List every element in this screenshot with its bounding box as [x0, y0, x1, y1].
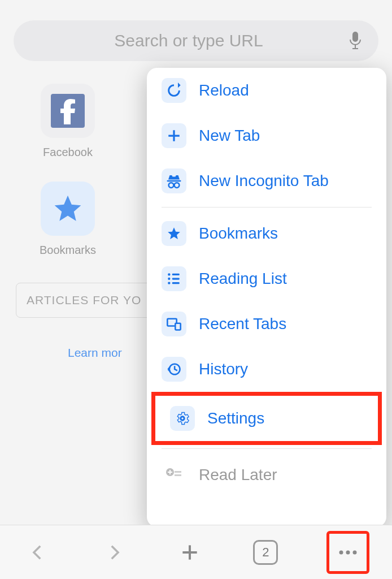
menu-label: History: [199, 360, 248, 378]
svg-rect-9: [167, 180, 181, 182]
svg-rect-23: [175, 471, 181, 473]
incognito-icon: [162, 168, 186, 193]
svg-point-17: [168, 282, 170, 284]
menu-new-tab[interactable]: New Tab: [147, 113, 386, 158]
more-button[interactable]: [333, 537, 363, 568]
menu-reload[interactable]: Reload: [147, 68, 386, 113]
menu-recent-tabs[interactable]: Recent Tabs: [147, 301, 386, 347]
menu-label: Read Later: [199, 466, 277, 484]
history-icon: [162, 357, 186, 382]
menu-label: Reload: [199, 81, 249, 100]
menu-divider: [162, 448, 372, 449]
menu-reading-list[interactable]: Reading List: [147, 256, 386, 301]
recent-tabs-icon: [162, 312, 186, 336]
svg-point-11: [175, 183, 180, 188]
svg-rect-0: [352, 32, 358, 42]
overflow-menu: Reload New Tab New Incognito Tab Bookmar…: [147, 68, 386, 527]
svg-point-27: [339, 550, 343, 554]
svg-point-13: [168, 273, 170, 275]
svg-rect-20: [175, 323, 180, 330]
search-input[interactable]: Search or type URL: [14, 20, 378, 61]
tile-bookmarks[interactable]: Bookmarks: [34, 182, 102, 257]
list-icon: [162, 266, 186, 291]
svg-rect-16: [172, 278, 180, 279]
tile-label: Facebook: [43, 146, 93, 159]
svg-point-10: [169, 183, 174, 188]
bottom-toolbar: 2: [0, 525, 392, 579]
svg-point-28: [346, 550, 350, 554]
mic-icon[interactable]: [348, 31, 363, 51]
menu-label: Bookmarks: [199, 224, 278, 243]
new-tab-button[interactable]: [175, 537, 205, 568]
menu-incognito[interactable]: New Incognito Tab: [147, 158, 386, 204]
menu-bookmarks[interactable]: Bookmarks: [147, 211, 386, 256]
plus-icon: [162, 123, 186, 148]
gear-icon: [170, 406, 195, 431]
star-icon: [41, 182, 95, 236]
tile-facebook[interactable]: Facebook: [34, 84, 102, 159]
facebook-icon: [41, 84, 95, 138]
reload-icon: [162, 78, 186, 103]
menu-label: New Incognito Tab: [199, 172, 329, 190]
svg-rect-14: [172, 274, 180, 275]
menu-label: Recent Tabs: [199, 315, 286, 333]
svg-rect-24: [175, 474, 181, 476]
menu-read-later[interactable]: Read Later: [147, 452, 386, 498]
svg-point-15: [168, 278, 170, 280]
star-icon: [162, 221, 186, 246]
back-button[interactable]: [23, 537, 53, 568]
menu-history[interactable]: History: [147, 347, 386, 392]
search-placeholder: Search or type URL: [29, 31, 348, 50]
menu-label: Reading List: [199, 270, 287, 288]
tile-label: Bookmarks: [40, 244, 96, 257]
menu-divider: [162, 207, 372, 208]
svg-point-29: [352, 550, 356, 554]
menu-label: New Tab: [199, 127, 260, 145]
read-later-icon: [162, 463, 186, 487]
menu-settings[interactable]: Settings: [155, 396, 378, 441]
svg-rect-18: [172, 282, 180, 284]
tab-count-badge: 2: [253, 540, 278, 565]
forward-button[interactable]: [99, 537, 129, 568]
menu-label: Settings: [207, 409, 264, 427]
tabs-button[interactable]: 2: [250, 537, 281, 568]
